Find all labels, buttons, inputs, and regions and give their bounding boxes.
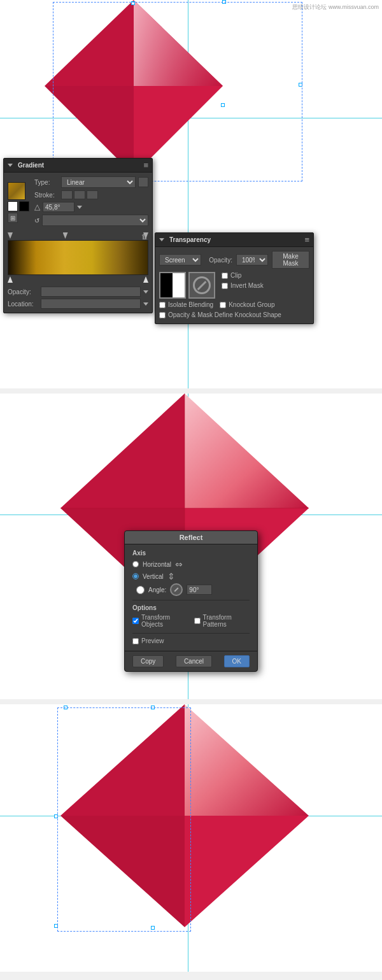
type-dropdown-btn[interactable] xyxy=(138,177,148,187)
gradient-bar-container: 🗑 xyxy=(8,232,148,283)
isolate-checkbox[interactable] xyxy=(159,302,166,308)
transparency-triangle-icon xyxy=(159,238,164,241)
sel-handle-bottom-3[interactable] xyxy=(151,926,155,930)
isolate-knockout-row: Isolate Blending Knockout Group xyxy=(159,301,309,309)
opacity-mask-define-row: Opacity & Mask Define Knockout Shape xyxy=(159,311,309,318)
invert-mask-label: Invert Mask xyxy=(230,282,264,289)
gradient-panel: Gradient ≡ ⊞ Type: xyxy=(3,158,153,313)
blend-opacity-row: Screen Normal Multiply Opacity: 100% Mak… xyxy=(159,251,309,269)
stroke-icon-1[interactable] xyxy=(61,190,73,199)
svg-marker-13 xyxy=(185,704,309,816)
clip-label: Clip xyxy=(230,272,241,279)
transform-objects-checkbox[interactable] xyxy=(132,618,139,624)
gradient-panel-header[interactable]: Gradient ≡ xyxy=(4,159,152,173)
knockout-checkbox[interactable] xyxy=(220,302,226,308)
no-entry-symbol xyxy=(193,276,211,294)
svg-marker-14 xyxy=(60,816,185,927)
reverse-icon: ↺ xyxy=(34,217,39,224)
gradient-angle-row: △ xyxy=(34,202,148,212)
make-mask-button[interactable]: Make Mask xyxy=(272,251,309,269)
transparency-panel-header[interactable]: Transparency ≡ xyxy=(155,233,313,247)
selection-handle-mid-right[interactable] xyxy=(221,103,225,107)
horizontal-reflect-icon: ⇔ xyxy=(175,559,183,569)
stroke-icon-3[interactable] xyxy=(87,190,98,199)
watermark: 思绩设计论坛 www.missvuan.com xyxy=(292,3,379,11)
ok-button[interactable]: OK xyxy=(224,655,250,667)
preview-checkbox[interactable] xyxy=(132,638,139,644)
opacity-select[interactable]: 100% xyxy=(236,254,268,266)
gradient-reverse-row: ↺ xyxy=(34,215,148,226)
selection-handle-top-right[interactable] xyxy=(222,0,226,4)
mask-preview-row: Clip Invert Mask xyxy=(159,272,309,299)
transform-patterns-row: Transform Patterns xyxy=(194,614,250,628)
gradient-stop-bottom-2[interactable] xyxy=(143,276,148,283)
mask-white-half xyxy=(173,273,185,297)
type-label: Type: xyxy=(34,179,59,186)
angle-icon: △ xyxy=(34,202,40,211)
gradient-swatch-main[interactable] xyxy=(8,182,25,200)
selection-handle-top[interactable] xyxy=(131,1,135,5)
vertical-radio[interactable] xyxy=(132,573,139,579)
copy-button[interactable]: Copy xyxy=(132,655,164,667)
transparency-panel-menu-icon[interactable]: ≡ xyxy=(304,235,309,245)
gradient-bar[interactable] xyxy=(8,240,148,275)
stroke-icon-2[interactable] xyxy=(74,190,85,199)
angle-field-row: Angle: xyxy=(132,583,250,596)
vertical-radio-row: Vertical ⇕ xyxy=(132,571,250,581)
reflect-dialog: Reflect Axis Horizontal ⇔ Vertical ⇕ Ang… xyxy=(124,530,258,672)
clip-checkbox[interactable] xyxy=(222,273,228,279)
angle-circle-icon xyxy=(170,583,183,596)
isolate-label: Isolate Blending xyxy=(168,301,213,308)
selection-handle-right[interactable] xyxy=(299,83,302,87)
gradient-stop-bottom-1[interactable] xyxy=(8,276,13,283)
gradient-delete-icon[interactable]: 🗑 xyxy=(141,232,148,240)
gradient-midpoint[interactable] xyxy=(63,232,68,239)
gradient-options-icon[interactable]: ⊞ xyxy=(8,213,18,223)
vertical-reflect-icon: ⇕ xyxy=(167,571,175,581)
gradient-swatch-bg[interactable] xyxy=(19,201,29,211)
location-dropdown[interactable] xyxy=(143,302,148,306)
gradient-panel-title: Gradient xyxy=(18,162,44,169)
blend-mode-select[interactable]: Screen Normal Multiply xyxy=(159,254,201,266)
opacity-dropdown[interactable] xyxy=(143,290,148,294)
sel-handle-top-3[interactable] xyxy=(151,706,155,709)
opacity-label-t: Opacity: xyxy=(209,257,232,264)
transform-objects-row: Transform Objects xyxy=(132,614,187,628)
gradient-stop-top-1[interactable] xyxy=(8,232,13,239)
angle-dropdown-arrow[interactable] xyxy=(77,206,82,209)
diamond-shape-3[interactable] xyxy=(29,704,347,965)
opacity-mask-define-checkbox[interactable] xyxy=(159,312,166,318)
angle-radio[interactable] xyxy=(136,586,145,594)
dialog-buttons: Copy Cancel OK xyxy=(125,651,257,671)
knockout-row: Knockout Group xyxy=(220,301,274,308)
gradient-swatch-fg[interactable] xyxy=(8,201,18,211)
opacity-input[interactable] xyxy=(41,287,141,297)
angle-value-input[interactable] xyxy=(187,585,212,595)
horizontal-radio[interactable] xyxy=(132,561,139,567)
gradient-type-row: ⊞ Type: Linear Radial Stroke: xyxy=(8,176,148,229)
location-row: Location: xyxy=(8,299,148,309)
svg-marker-12 xyxy=(60,704,185,816)
transparency-panel: Transparency ≡ Screen Normal Multiply Op… xyxy=(155,232,314,324)
gradient-bar-bottom-stops xyxy=(8,276,148,283)
opacity-row: Opacity: xyxy=(8,287,148,297)
transparency-panel-content: Screen Normal Multiply Opacity: 100% Mak… xyxy=(155,247,313,323)
horizontal-radio-row: Horizontal ⇔ xyxy=(132,559,250,569)
transform-patterns-checkbox[interactable] xyxy=(194,618,201,624)
gradient-reverse-select[interactable] xyxy=(42,215,148,226)
gradient-type-select[interactable]: Linear Radial xyxy=(61,176,136,188)
sel-handle-top-left-3[interactable] xyxy=(64,706,67,709)
gradient-panel-menu-icon[interactable]: ≡ xyxy=(143,160,148,170)
mask-thumbnail[interactable] xyxy=(159,272,186,299)
sel-handle-left-3[interactable] xyxy=(54,814,58,818)
preview-row: Preview xyxy=(132,637,250,644)
cancel-button[interactable]: Cancel xyxy=(176,655,212,667)
svg-marker-0 xyxy=(45,0,134,86)
diamond-shape-1[interactable] xyxy=(0,0,280,185)
no-entry-icon[interactable] xyxy=(188,272,215,299)
axis-label: Axis xyxy=(132,550,250,557)
invert-mask-checkbox[interactable] xyxy=(222,283,228,289)
sel-handle-bottom-left-3[interactable] xyxy=(54,924,58,928)
angle-input[interactable] xyxy=(43,202,74,212)
location-input[interactable] xyxy=(41,299,141,309)
